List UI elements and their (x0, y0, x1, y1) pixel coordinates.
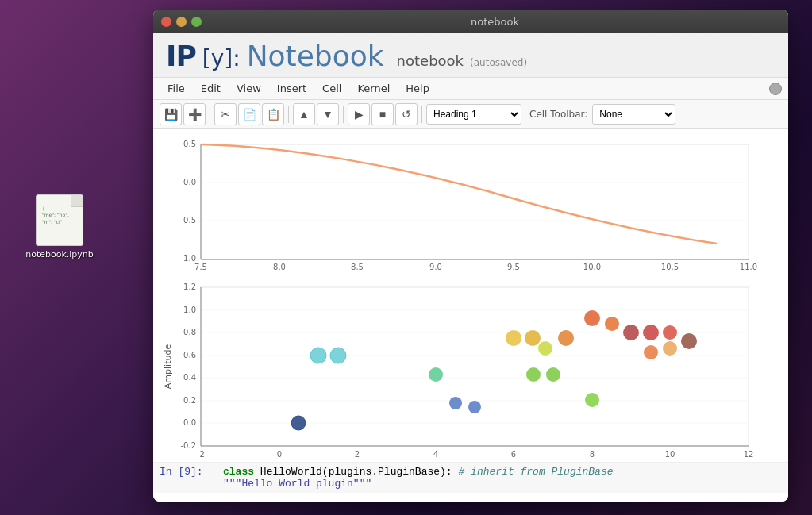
toolbar: 💾 ➕ ✂ 📄 📋 ▲ ▼ ▶ ■ ↺ Heading 1 Code Markd… (153, 100, 788, 129)
titlebar-title: notebook (210, 16, 780, 28)
notebook-window: notebook IP[y]: Notebook notebook (autos… (153, 10, 788, 502)
brand-ip: IP (166, 40, 196, 72)
chart-top: 0.5 0.0 -0.5 -1.0 7.5 8.0 8.5 9.0 9.5 10… (153, 129, 788, 271)
toolbar-separator-4 (421, 106, 422, 123)
toolbar-separator-3 (343, 106, 344, 123)
svg-text:0.4: 0.4 (183, 373, 196, 382)
svg-point-61 (584, 310, 600, 326)
svg-text:8.5: 8.5 (351, 263, 364, 271)
svg-text:0.5: 0.5 (183, 140, 196, 148)
svg-text:1.0: 1.0 (183, 306, 196, 314)
svg-text:-1.0: -1.0 (180, 254, 196, 263)
svg-text:1.2: 1.2 (183, 282, 196, 291)
code-line-2: """Hello World plugin""" (223, 478, 782, 490)
code-class-name: HelloWorld(plugins.PluginBase): (260, 466, 452, 478)
brand-area: IP[y]: Notebook notebook (autosaved) (166, 40, 775, 72)
file-icon-graphic: {"me": "no","ni": "ci" (36, 194, 83, 246)
maximize-button[interactable] (191, 17, 202, 27)
svg-text:8: 8 (590, 450, 595, 459)
menu-file[interactable]: File (160, 81, 193, 96)
cell-toolbar-dropdown[interactable]: None Edit Metadata Slideshow (592, 104, 675, 125)
svg-text:6: 6 (511, 450, 516, 459)
svg-point-52 (449, 397, 462, 409)
cell-type-dropdown[interactable]: Heading 1 Code Markdown Raw NBConvert (426, 104, 521, 125)
top-chart-svg: 0.5 0.0 -0.5 -1.0 7.5 8.0 8.5 9.0 9.5 10… (161, 136, 764, 271)
svg-text:0.0: 0.0 (183, 418, 196, 427)
brand-bracket: [y]: (202, 45, 241, 71)
save-button[interactable]: 💾 (160, 103, 182, 125)
menu-status-indicator (769, 83, 782, 95)
svg-text:0.2: 0.2 (183, 396, 196, 405)
toolbar-separator-1 (210, 106, 210, 123)
svg-point-48 (310, 348, 326, 363)
svg-text:-0.5: -0.5 (180, 216, 196, 225)
menu-kernel[interactable]: Kernel (349, 81, 398, 96)
add-cell-button[interactable]: ➕ (183, 103, 206, 125)
svg-text:2: 2 (355, 450, 360, 459)
svg-text:0.0: 0.0 (183, 178, 196, 186)
move-down-button[interactable]: ▼ (317, 103, 339, 125)
menu-help[interactable]: Help (398, 81, 437, 96)
move-up-button[interactable]: ▲ (293, 103, 315, 125)
bottom-chart-svg: 1.2 1.0 0.8 0.6 0.4 0.2 0.0 -0.2 -2 0 2 … (161, 279, 764, 462)
code-docstring: """Hello World plugin""" (223, 478, 371, 490)
menu-edit[interactable]: Edit (193, 81, 229, 96)
code-line-1: class HelloWorld(plugins.PluginBase): # … (223, 466, 782, 478)
code-cell: In [9]: class HelloWorld(plugins.PluginB… (153, 462, 788, 493)
run-button[interactable]: ▶ (348, 103, 370, 125)
svg-point-66 (643, 325, 659, 340)
svg-text:10: 10 (665, 450, 675, 459)
svg-rect-19 (201, 287, 749, 446)
svg-text:8.0: 8.0 (273, 263, 286, 271)
autosaved-label: (autosaved) (470, 57, 527, 68)
cut-button[interactable]: ✂ (214, 103, 237, 125)
notebook-header: IP[y]: Notebook notebook (autosaved) (153, 33, 788, 78)
svg-point-53 (468, 401, 481, 413)
cell-toolbar-label: Cell Toolbar: (529, 109, 587, 120)
svg-text:-0.2: -0.2 (180, 441, 196, 450)
cell-prompt: In [9]: (160, 466, 223, 490)
svg-point-56 (526, 367, 541, 382)
stop-button[interactable]: ■ (371, 103, 394, 125)
notebook-content[interactable]: 0.5 0.0 -0.5 -1.0 7.5 8.0 8.5 9.0 9.5 10… (153, 129, 788, 502)
menu-view[interactable]: View (229, 81, 269, 96)
cell-code-content: class HelloWorld(plugins.PluginBase): # … (223, 466, 782, 490)
svg-text:Amplitude: Amplitude (163, 344, 173, 390)
restart-button[interactable]: ↺ (395, 103, 418, 125)
svg-point-59 (558, 330, 574, 346)
svg-point-51 (429, 367, 443, 382)
svg-text:4: 4 (433, 450, 438, 459)
copy-button[interactable]: 📄 (238, 103, 260, 125)
code-comment: # inherit from PluginBase (458, 466, 613, 478)
menubar: File Edit View Insert Cell Kernel Help (153, 78, 788, 100)
svg-rect-0 (201, 144, 749, 259)
titlebar: notebook (153, 10, 788, 33)
svg-text:10.5: 10.5 (661, 263, 679, 271)
svg-point-55 (525, 330, 541, 346)
paste-button[interactable]: 📋 (262, 103, 284, 125)
menu-cell[interactable]: Cell (314, 81, 349, 96)
menu-insert[interactable]: Insert (269, 81, 314, 96)
chart-bottom: 1.2 1.0 0.8 0.6 0.4 0.2 0.0 -0.2 -2 0 2 … (153, 271, 788, 462)
close-button[interactable] (161, 17, 171, 27)
svg-point-63 (623, 325, 639, 340)
desktop-file-icon[interactable]: {"me": "no","ni": "ci" notebook.ipynb (24, 194, 95, 259)
svg-text:0: 0 (277, 450, 282, 459)
file-icon-text: {"me": "no","ni": "ci" (42, 206, 79, 225)
svg-point-58 (538, 341, 552, 356)
minimize-button[interactable] (176, 17, 187, 27)
brand-notebook: Notebook (247, 40, 384, 72)
svg-point-49 (330, 348, 346, 363)
svg-point-67 (663, 325, 677, 340)
keyword-class: class (223, 466, 254, 478)
svg-text:10.0: 10.0 (583, 263, 601, 271)
svg-point-68 (681, 333, 697, 349)
svg-point-65 (663, 341, 677, 356)
svg-point-50 (291, 416, 306, 430)
window-controls (161, 17, 202, 27)
svg-text:9.5: 9.5 (507, 263, 520, 271)
svg-point-54 (506, 330, 521, 346)
notebook-name: notebook (397, 52, 464, 69)
toolbar-separator-2 (288, 106, 289, 123)
svg-point-60 (585, 393, 599, 407)
